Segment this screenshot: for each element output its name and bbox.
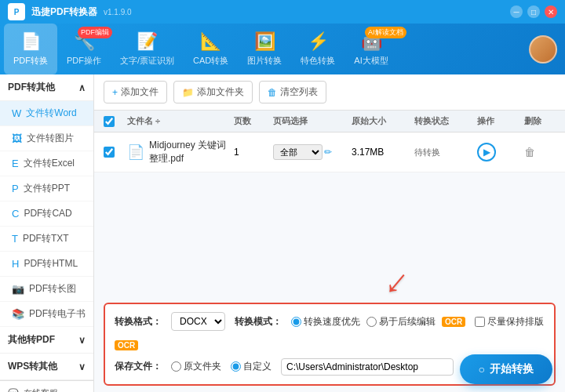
select-all-checkbox[interactable] <box>104 116 115 127</box>
sidebar-item-txt[interactable]: T PDF转TXT <box>0 227 93 252</box>
sidebar-group-wps[interactable]: WPS转其他 ∨ <box>0 354 93 380</box>
arrow-area: ↓ <box>94 236 565 303</box>
content-wrapper: 文件名 ÷ 页数 页码选择 原始大小 转换状态 操作 删除 📄 Midjourn… <box>94 111 565 392</box>
mode-speed[interactable]: 转换速度优先 <box>291 315 360 328</box>
format-select[interactable]: DOCX DOC <box>171 312 225 331</box>
delete-button[interactable]: 🗑 <box>524 146 535 158</box>
toolbar-ai[interactable]: AI解读文档 🤖 AI大模型 <box>344 24 397 74</box>
mode-speed-radio[interactable] <box>291 317 301 327</box>
add-file-label: 添加文件 <box>121 85 159 99</box>
sidebar-group-wps-label: WPS转其他 <box>8 360 57 373</box>
toolbar-ocr[interactable]: 📝 文字/票证识别 <box>111 24 184 74</box>
row-status: 待转换 <box>414 147 440 158</box>
save-path-input[interactable] <box>281 358 454 376</box>
file-table: 文件名 ÷ 页数 页码选择 原始大小 转换状态 操作 删除 📄 Midjourn… <box>94 111 565 236</box>
save-custom-radio[interactable] <box>231 361 241 372</box>
save-source[interactable]: 原文件夹 <box>171 360 221 373</box>
toolbar-image[interactable]: 🖼️ 图片转换 <box>238 24 291 74</box>
header-filename: 文件名 ÷ <box>127 115 234 127</box>
close-button[interactable]: ✕ <box>545 5 557 18</box>
save-source-label: 原文件夹 <box>184 360 221 373</box>
row-pages-cell: 1 <box>234 147 273 158</box>
excel-icon: E <box>12 158 19 169</box>
clear-list-button[interactable]: 🗑 清空列表 <box>259 81 326 103</box>
sidebar-online-service[interactable]: 💬 在线客服 <box>0 381 93 392</box>
sidebar-item-longimg[interactable]: 📷 PDF转长图 <box>0 277 93 302</box>
sidebar-item-excel[interactable]: E 文件转Excel <box>0 151 93 176</box>
maximize-button[interactable]: □ <box>527 5 540 18</box>
layout-option[interactable]: 尽量保持排版 <box>475 315 544 328</box>
row-checkbox[interactable] <box>104 147 115 158</box>
content-area: + 添加文件 📁 添加文件夹 🗑 清空列表 文件名 ÷ 页数 <box>94 74 565 392</box>
sidebar-item-ppt-label: 文件转PPT <box>24 182 70 195</box>
sidebar-item-image[interactable]: 🖼 文件转图片 <box>0 126 93 151</box>
toolbar-pdf-convert[interactable]: 📄 PDF转换 <box>4 24 57 74</box>
header-action: 操作 <box>477 115 524 127</box>
sidebar-item-txt-label: PDF转TXT <box>23 232 69 245</box>
sidebar-group-other-pdf[interactable]: 其他转PDF ∨ <box>0 327 93 354</box>
row-filename: Midjourney 关键词整理.pdf <box>149 139 234 165</box>
row-checkbox-cell <box>104 147 127 158</box>
mode-ocr-radio[interactable] <box>366 317 377 327</box>
save-label: 保存文件： <box>115 360 162 373</box>
mode-ocr[interactable]: 易于后续编辑 <box>366 315 436 328</box>
sidebar-item-cad-label: PDF转CAD <box>24 207 71 220</box>
row-status-cell: 待转换 <box>414 147 477 158</box>
toolbar-special-label: 特色转换 <box>301 55 335 67</box>
header-size: 原始大小 <box>352 115 414 127</box>
app-logo: P <box>8 3 25 20</box>
header-delete: 删除 <box>524 115 556 127</box>
minimize-button[interactable]: ─ <box>510 5 523 18</box>
options-row-1: 转换格式： DOCX DOC 转换模式： 转换速度优先 易于后续编辑 <box>115 312 545 350</box>
sidebar-item-ebook[interactable]: 📚 PDF转电子书 <box>0 302 93 327</box>
add-file-button[interactable]: + 添加文件 <box>104 81 167 103</box>
main-toolbar: 📄 PDF转换 PDF编辑 🔧 PDF操作 📝 文字/票证识别 📐 CAD转换 … <box>0 24 565 74</box>
pdf-file-icon: 📄 <box>127 143 144 161</box>
toolbar-special[interactable]: ⚡ 特色转换 <box>291 24 344 74</box>
txt-icon: T <box>12 233 18 245</box>
mode-radio-group: 转换速度优先 易于后续编辑 OCR <box>291 315 465 328</box>
add-folder-button[interactable]: 📁 添加文件夹 <box>173 81 253 103</box>
start-convert-button[interactable]: ○ 开始转换 <box>460 354 552 384</box>
page-edit-icon[interactable]: ✏ <box>324 147 332 158</box>
play-button[interactable]: ▶ <box>477 143 496 162</box>
header-status: 转换状态 <box>414 115 477 127</box>
layout-checkbox[interactable] <box>475 317 485 327</box>
sidebar-group-pdf-other[interactable]: PDF转其他 ∧ <box>0 74 93 101</box>
sidebar-item-ppt[interactable]: P 文件转PPT <box>0 176 93 201</box>
toolbar-cad[interactable]: 📐 CAD转换 <box>184 24 238 74</box>
online-service-icon: 💬 <box>8 388 19 392</box>
mode-label: 转换模式： <box>235 315 282 328</box>
clear-list-icon: 🗑 <box>268 87 277 98</box>
ebook-icon: 📚 <box>12 308 24 320</box>
save-source-radio[interactable] <box>171 361 181 372</box>
sidebar-item-html[interactable]: H PDF转HTML <box>0 252 93 277</box>
sidebar-group-pdf-other-chevron: ∧ <box>78 82 86 93</box>
add-folder-icon: 📁 <box>182 87 194 98</box>
save-custom[interactable]: 自定义 <box>231 360 272 373</box>
ocr-icon: 📝 <box>137 31 158 52</box>
sidebar-item-word[interactable]: W 文件转Word <box>0 101 93 126</box>
sidebar-bottom: 💬 在线客服 ⭐ 特色产品 <box>0 380 93 392</box>
mode-ocr-badge: OCR <box>442 317 465 327</box>
sidebar-item-word-label: 文件转Word <box>26 107 76 120</box>
toolbar-image-label: 图片转换 <box>247 55 282 67</box>
layout-label: 尽量保持排版 <box>487 315 544 328</box>
save-custom-label: 自定义 <box>243 360 272 373</box>
user-avatar[interactable] <box>529 35 557 64</box>
start-icon: ○ <box>479 363 485 376</box>
table-header: 文件名 ÷ 页数 页码选择 原始大小 转换状态 操作 删除 <box>94 111 565 132</box>
mode-ocr-label: 易于后续编辑 <box>379 315 436 328</box>
cad-icon: 📐 <box>200 31 221 52</box>
pdf-edit-badge: PDF编辑 <box>78 27 112 38</box>
page-select-dropdown[interactable]: 全部 自定义 <box>273 144 323 160</box>
sidebar-item-cad[interactable]: C PDF转CAD <box>0 201 93 227</box>
special-icon: ⚡ <box>308 31 329 52</box>
sidebar-item-longimg-label: PDF转长图 <box>29 282 76 296</box>
header-pages: 页数 <box>234 115 273 127</box>
app-name: 迅捷PDF转换器 <box>31 5 97 19</box>
online-service-label: 在线客服 <box>24 387 58 392</box>
toolbar-pdf-ops[interactable]: PDF编辑 🔧 PDF操作 <box>57 24 111 74</box>
main-layout: PDF转其他 ∧ W 文件转Word 🖼 文件转图片 E 文件转Excel P … <box>0 74 565 392</box>
layout-ocr-badge: OCR <box>115 340 138 350</box>
